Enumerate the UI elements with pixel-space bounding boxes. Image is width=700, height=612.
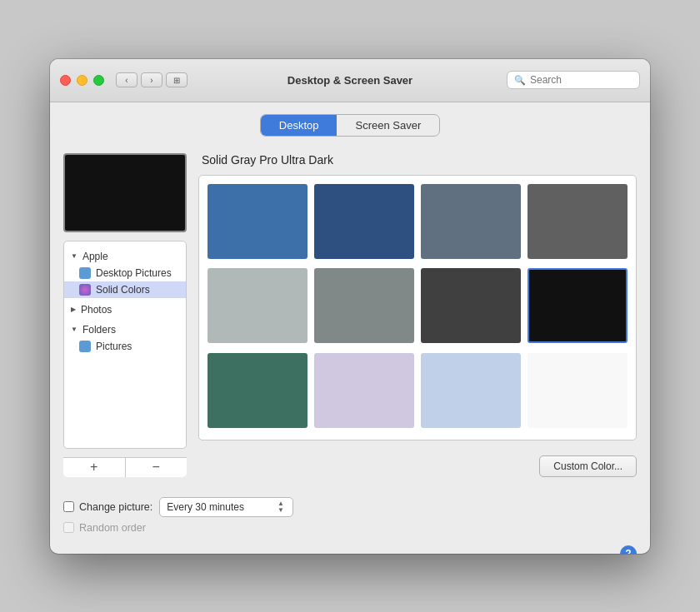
sidebar: ▼ Apple Desktop Pictures Solid Colors xyxy=(63,241,187,449)
interval-select[interactable]: Every 30 minutes ▲ ▼ xyxy=(159,497,293,517)
nav-buttons: ‹ › xyxy=(116,72,162,87)
bottom-section: Change picture: Every 30 minutes ▲ ▼ Ran… xyxy=(50,489,650,554)
sidebar-item-desktop-pictures[interactable]: Desktop Pictures xyxy=(64,265,186,281)
sidebar-item-pictures[interactable]: Pictures xyxy=(64,338,186,355)
sidebar-item-folders[interactable]: ▼ Folders xyxy=(64,321,186,338)
color-swatch-dgray1[interactable] xyxy=(421,268,521,343)
add-button[interactable]: + xyxy=(63,458,126,477)
sidebar-desktop-pictures-label: Desktop Pictures xyxy=(96,267,172,279)
sidebar-section-apple: ▼ Apple Desktop Pictures Solid Colors xyxy=(64,246,186,300)
tab-group: Desktop Screen Saver xyxy=(260,114,440,137)
forward-button[interactable]: › xyxy=(141,72,162,87)
sidebar-section-photos: ▶ Photos xyxy=(64,300,186,320)
search-box[interactable]: 🔍 xyxy=(507,71,640,89)
preview-image xyxy=(63,153,187,232)
sidebar-pictures-label: Pictures xyxy=(96,341,132,352)
select-arrows-icon: ▲ ▼ xyxy=(278,500,284,514)
minimize-button[interactable] xyxy=(77,75,88,86)
window-title: Desktop & Screen Saver xyxy=(288,74,412,87)
change-picture-label[interactable]: Change picture: xyxy=(63,501,152,513)
back-button[interactable]: ‹ xyxy=(116,72,138,87)
color-swatch-gray1[interactable] xyxy=(421,184,521,259)
left-panel: ▼ Apple Desktop Pictures Solid Colors xyxy=(63,153,187,477)
color-swatch-lightblue[interactable] xyxy=(421,353,521,428)
triangle-icon: ▼ xyxy=(71,252,78,260)
triangle-photos-icon: ▶ xyxy=(71,306,76,313)
triangle-folders-icon: ▼ xyxy=(71,326,78,333)
grid-button[interactable]: ⊞ xyxy=(166,72,188,87)
sidebar-apple-label: Apple xyxy=(82,251,108,262)
desktop-pictures-icon xyxy=(79,267,91,279)
color-swatch-blue2[interactable] xyxy=(314,184,414,259)
search-input[interactable] xyxy=(530,74,632,86)
random-order-checkbox[interactable] xyxy=(63,522,74,533)
sidebar-item-apple[interactable]: ▼ Apple xyxy=(64,248,186,265)
sidebar-item-solid-colors[interactable]: Solid Colors xyxy=(64,281,186,298)
bottom-bar: Change picture: Every 30 minutes ▲ ▼ Ran… xyxy=(50,489,650,545)
tabs-bar: Desktop Screen Saver xyxy=(50,102,650,145)
color-swatch-lgray1[interactable] xyxy=(208,268,308,343)
main-content: ▼ Apple Desktop Pictures Solid Colors xyxy=(50,145,650,489)
tab-screen-saver[interactable]: Screen Saver xyxy=(337,115,439,136)
color-swatch-lavender[interactable] xyxy=(314,353,414,428)
pictures-folder-icon xyxy=(79,341,91,352)
maximize-button[interactable] xyxy=(93,75,104,86)
solid-colors-icon xyxy=(79,284,91,296)
help-button[interactable]: ? xyxy=(620,545,637,554)
random-order-label[interactable]: Random order xyxy=(63,522,146,534)
change-picture-text: Change picture: xyxy=(79,501,152,513)
color-swatch-teal[interactable] xyxy=(208,353,308,428)
right-panel: Solid Gray Pro Ultra Dark Custom Color..… xyxy=(198,153,637,477)
sidebar-photos-label: Photos xyxy=(81,304,112,316)
sidebar-item-photos[interactable]: ▶ Photos xyxy=(64,301,186,318)
color-swatch-black1[interactable] xyxy=(528,268,628,343)
search-icon: 🔍 xyxy=(514,75,526,86)
random-order-text: Random order xyxy=(79,522,146,534)
custom-color-button[interactable]: Custom Color... xyxy=(539,455,637,477)
titlebar: ‹ › ⊞ Desktop & Screen Saver 🔍 xyxy=(50,59,650,102)
change-picture-checkbox[interactable] xyxy=(63,501,74,512)
sidebar-bottom-bar: + − xyxy=(63,457,187,477)
sidebar-folders-label: Folders xyxy=(82,324,116,336)
color-swatch-lgray2[interactable] xyxy=(314,268,414,343)
change-picture-row: Change picture: Every 30 minutes ▲ ▼ xyxy=(63,497,637,517)
interval-value: Every 30 minutes xyxy=(167,501,244,513)
selected-color-label: Solid Gray Pro Ultra Dark xyxy=(198,153,637,167)
sidebar-section-folders: ▼ Folders Pictures xyxy=(64,320,186,356)
color-swatch-gray2[interactable] xyxy=(528,184,628,259)
traffic-lights xyxy=(60,75,104,86)
color-swatch-blue1[interactable] xyxy=(208,184,308,259)
close-button[interactable] xyxy=(60,75,71,86)
sidebar-solid-colors-label: Solid Colors xyxy=(96,284,150,296)
random-order-row: Random order xyxy=(63,522,637,534)
main-window: ‹ › ⊞ Desktop & Screen Saver 🔍 Desktop S… xyxy=(50,59,650,554)
tab-desktop[interactable]: Desktop xyxy=(261,115,338,136)
color-swatch-white[interactable] xyxy=(528,353,628,428)
remove-button[interactable]: − xyxy=(126,458,188,477)
colors-grid xyxy=(198,175,637,440)
